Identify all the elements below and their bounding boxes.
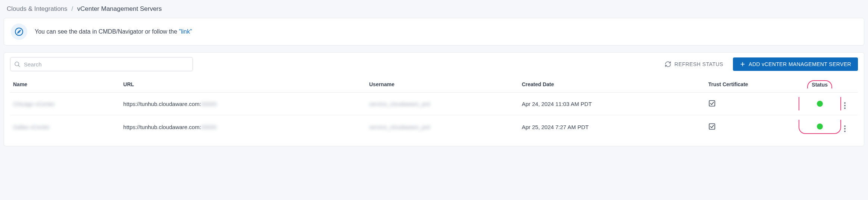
svg-point-0 — [15, 28, 23, 35]
status-ok-icon — [817, 101, 823, 107]
plus-icon — [740, 61, 746, 67]
svg-rect-6 — [709, 100, 715, 106]
info-banner: You can see the data in CMDB/Navigator o… — [4, 18, 864, 46]
col-status-header[interactable]: Status — [799, 76, 841, 93]
cell-trust — [705, 93, 799, 115]
cell-url: https://tunhub.cloudaware.com:00000 — [120, 115, 366, 139]
svg-line-3 — [18, 65, 19, 66]
breadcrumb-parent[interactable]: Clouds & Integrations — [7, 5, 68, 12]
info-link[interactable]: "link" — [179, 28, 192, 35]
breadcrumb-separator: / — [71, 5, 73, 12]
main-panel: REFRESH STATUS ADD vCENTER MANAGEMENT SE… — [4, 52, 864, 146]
col-username-header[interactable]: Username — [366, 76, 519, 93]
col-created-header[interactable]: Created Date — [519, 76, 705, 93]
search-wrap — [10, 57, 193, 71]
search-icon — [14, 61, 21, 68]
table-row: Chicago vCenter https://tunhub.cloudawar… — [10, 93, 858, 115]
col-trust-header[interactable]: Trust Certificate — [705, 76, 799, 93]
cell-url: https://tunhub.cloudaware.com:00000 — [120, 93, 366, 115]
col-actions-header — [841, 76, 858, 93]
cell-created: Apr 24, 2024 11:03 AM PDT — [519, 93, 705, 115]
table-header-row: Name URL Username Created Date Trust Cer… — [10, 76, 858, 93]
refresh-status-button[interactable]: REFRESH STATUS — [661, 59, 727, 70]
row-actions-menu[interactable] — [844, 102, 846, 109]
checkbox-checked-icon — [708, 100, 716, 107]
add-server-button[interactable]: ADD vCENTER MANAGEMENT SERVER — [733, 57, 858, 71]
breadcrumb: Clouds & Integrations / vCenter Manageme… — [4, 4, 864, 18]
svg-rect-7 — [709, 124, 715, 129]
svg-marker-1 — [18, 30, 21, 33]
servers-table: Name URL Username Created Date Trust Cer… — [10, 76, 858, 138]
info-text: You can see the data in CMDB/Navigator o… — [35, 28, 192, 35]
table-row: Dallas vCenter https://tunhub.cloudaware… — [10, 115, 858, 139]
cell-trust — [705, 115, 799, 139]
compass-icon — [11, 24, 27, 40]
col-name-header[interactable]: Name — [10, 76, 120, 93]
search-input[interactable] — [10, 57, 193, 71]
refresh-label: REFRESH STATUS — [674, 61, 723, 67]
cell-name[interactable]: Chicago vCenter — [13, 101, 55, 107]
cell-name[interactable]: Dallas vCenter — [13, 124, 50, 130]
cell-username: service_cloudaware_prd — [369, 101, 430, 107]
cell-username: service_cloudaware_prd — [369, 124, 430, 130]
col-url-header[interactable]: URL — [120, 76, 366, 93]
add-label: ADD vCENTER MANAGEMENT SERVER — [749, 61, 851, 67]
row-actions-menu[interactable] — [844, 125, 846, 132]
breadcrumb-current: vCenter Management Servers — [77, 5, 162, 12]
toolbar: REFRESH STATUS ADD vCENTER MANAGEMENT SE… — [10, 57, 858, 71]
refresh-icon — [665, 61, 671, 68]
cell-created: Apr 25, 2024 7:27 AM PDT — [519, 115, 705, 139]
checkbox-checked-icon — [708, 123, 716, 130]
status-ok-icon — [817, 124, 823, 129]
